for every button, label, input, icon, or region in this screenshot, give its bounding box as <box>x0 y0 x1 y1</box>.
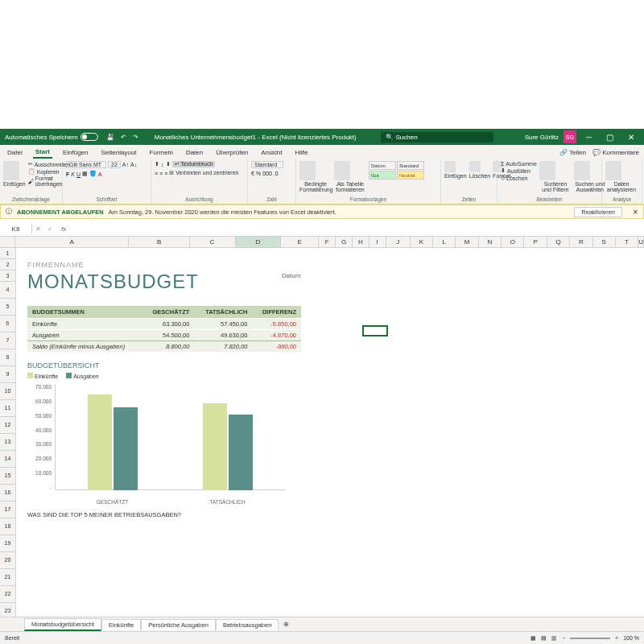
enter-icon[interactable]: ✓ <box>44 225 56 233</box>
row-5[interactable]: 5 <box>0 299 15 316</box>
row-13[interactable]: 13 <box>0 434 15 451</box>
font-size[interactable]: 22 <box>108 161 121 168</box>
copy-icon[interactable]: 📋 <box>28 168 35 175</box>
col-R[interactable]: R <box>570 237 592 247</box>
font-name[interactable]: Gill Sans MT <box>66 161 106 168</box>
row-12[interactable]: 12 <box>0 417 15 434</box>
style-standard[interactable]: Standard <box>397 161 424 170</box>
col-F[interactable]: F <box>319 237 336 247</box>
align-top-icon[interactable]: ⬆ <box>155 161 159 167</box>
tab-ueberpruefen[interactable]: Überprüfen <box>213 147 250 158</box>
col-J[interactable]: J <box>386 237 411 247</box>
col-H[interactable]: H <box>353 237 369 247</box>
tab-datei[interactable]: Datei <box>5 147 25 158</box>
row-11[interactable]: 11 <box>0 400 15 417</box>
align-right-icon[interactable]: ≡ <box>164 171 167 176</box>
delete-cell-icon[interactable] <box>469 161 481 172</box>
undo-icon[interactable]: ↶ <box>121 134 126 141</box>
select-all[interactable] <box>0 237 15 247</box>
paste-icon[interactable] <box>3 161 19 180</box>
sheet-tab-income[interactable]: Einkünfte <box>101 619 141 630</box>
align-center-icon[interactable]: ≡ <box>159 171 163 176</box>
zoom-out-icon[interactable]: − <box>562 635 565 641</box>
col-O[interactable]: O <box>502 237 524 247</box>
minimize-icon[interactable]: ─ <box>581 133 597 142</box>
col-I[interactable]: I <box>369 237 386 247</box>
currency-icon[interactable]: € <box>251 171 254 176</box>
budget-chart[interactable]: -10.00020.00030.00040.00050.00060.00070.… <box>27 384 285 505</box>
add-sheet-icon[interactable]: ⊕ <box>279 619 294 630</box>
close-icon[interactable]: ✕ <box>623 133 639 142</box>
row-16[interactable]: 16 <box>0 485 15 502</box>
border-icon[interactable]: ▦ <box>82 171 88 177</box>
row-22[interactable]: 22 <box>0 586 15 603</box>
tab-ansicht[interactable]: Ansicht <box>258 147 284 158</box>
col-U[interactable]: U <box>638 237 644 247</box>
selected-cell[interactable] <box>362 325 388 336</box>
col-Q[interactable]: Q <box>547 237 570 247</box>
row-15[interactable]: 15 <box>0 468 15 485</box>
row-7[interactable]: 7 <box>0 332 15 349</box>
row-19[interactable]: 19 <box>0 535 15 552</box>
underline-icon[interactable]: U <box>76 171 80 177</box>
inc-dec-icon[interactable]: .0 <box>274 171 279 176</box>
style-good[interactable]: Gut <box>369 171 396 180</box>
worksheet[interactable]: 1234567891011121314151617181920212223242… <box>0 248 644 617</box>
formula-input[interactable] <box>71 225 644 233</box>
col-D[interactable]: D <box>236 237 282 247</box>
font-shrink-icon[interactable]: A↓ <box>130 162 137 167</box>
tab-start[interactable]: Start <box>33 147 52 159</box>
row-18[interactable]: 18 <box>0 518 15 535</box>
view-break-icon[interactable]: ▥ <box>551 635 557 642</box>
analyze-icon[interactable] <box>605 161 621 180</box>
insert-cell-icon[interactable] <box>444 161 456 172</box>
zoom-level[interactable]: 100 % <box>623 635 639 641</box>
col-A[interactable]: A <box>15 237 129 247</box>
clear-icon[interactable]: ◇ <box>501 175 505 181</box>
tab-hilfe[interactable]: Hilfe <box>293 147 311 158</box>
paste-button[interactable]: Einfügen <box>3 181 26 187</box>
col-B[interactable]: B <box>129 237 189 247</box>
tab-daten[interactable]: Daten <box>184 147 205 158</box>
row-2[interactable]: 2 <box>0 259 15 270</box>
col-K[interactable]: K <box>411 237 433 247</box>
sheet-tab-personal[interactable]: Persönliche Ausgaben <box>141 619 216 630</box>
col-L[interactable]: L <box>433 237 456 247</box>
align-bot-icon[interactable]: ⬇ <box>166 161 171 167</box>
zoom-in-icon[interactable]: + <box>615 635 618 641</box>
view-normal-icon[interactable]: ▦ <box>530 635 536 642</box>
wrap-button[interactable]: ↵ Textumbruch <box>172 161 216 167</box>
merge-button[interactable]: ⊞ Verbinden und zentrieren <box>169 170 238 176</box>
cut-icon[interactable]: ✂ <box>28 161 33 167</box>
format-painter-icon[interactable]: 🖌 <box>28 179 34 184</box>
col-C[interactable]: C <box>190 237 236 247</box>
align-left-icon[interactable]: ≡ <box>155 171 158 176</box>
sheet-tab-business[interactable]: Betriebsausgaben <box>216 619 279 630</box>
user-name[interactable]: Sure Görlitz <box>525 134 559 141</box>
toggle-icon[interactable] <box>80 133 98 141</box>
col-G[interactable]: G <box>336 237 353 247</box>
col-E[interactable]: E <box>281 237 319 247</box>
reactivate-button[interactable]: Reaktivieren <box>574 207 622 217</box>
notice-close-icon[interactable]: ✕ <box>633 208 638 216</box>
tab-formeln[interactable]: Formeln <box>147 147 175 158</box>
comments-button[interactable]: 💬 Kommentare <box>592 149 639 156</box>
fx-icon[interactable]: fx <box>56 225 71 233</box>
tab-seitenlayout[interactable]: Seitenlayout <box>99 147 139 158</box>
row-9[interactable]: 9 <box>0 366 15 383</box>
col-T[interactable]: T <box>616 237 638 247</box>
col-S[interactable]: S <box>593 237 616 247</box>
row-8[interactable]: 8 <box>0 349 15 366</box>
fill-icon[interactable]: ⬇ <box>501 167 506 174</box>
align-mid-icon[interactable]: ↕ <box>161 162 164 167</box>
autosum-icon[interactable]: Σ <box>501 161 504 167</box>
bold-icon[interactable]: F <box>66 171 69 177</box>
font-grow-icon[interactable]: A↑ <box>122 162 129 167</box>
row-21[interactable]: 21 <box>0 569 15 586</box>
find-icon[interactable] <box>574 161 590 180</box>
redo-icon[interactable]: ↷ <box>133 134 138 141</box>
col-N[interactable]: N <box>479 237 502 247</box>
firm-name[interactable]: FIRMENNAME <box>27 261 633 269</box>
row-17[interactable]: 17 <box>0 502 15 518</box>
cond-format-icon[interactable] <box>299 161 316 180</box>
